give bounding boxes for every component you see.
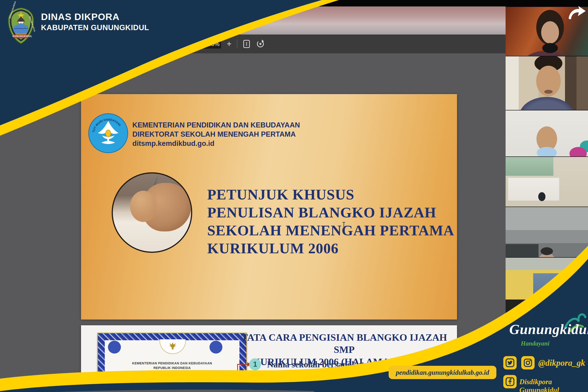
footer-logo-text: Gunungkidul xyxy=(509,321,588,338)
directorate-line: DIREKTORAT SEKOLAH MENENGAH PERTAMA xyxy=(132,130,300,139)
title-line-4: KURIKULUM 2006 xyxy=(207,240,454,258)
ministry-line: KEMENTERIAN PENDIDIKAN DAN KEBUDAYAAN xyxy=(132,120,300,130)
fit-to-page-icon[interactable] xyxy=(243,40,250,48)
writing-hand-photo xyxy=(112,172,192,253)
toolbar-divider xyxy=(187,40,187,48)
fingers-graphic xyxy=(130,191,157,222)
rotate-icon[interactable] xyxy=(256,39,265,48)
slide2-title-line-1: TATA CARA PENGISIAN BLANGKO IJAZAH SMP xyxy=(234,331,455,356)
crest-ribbon-text: GUNUNGKIDUL xyxy=(13,35,32,38)
pdf-toolbar-controls: 12 / 55 − 100% + xyxy=(155,34,265,53)
item-1-number: 1 xyxy=(249,358,261,370)
facebook-icon xyxy=(503,375,517,388)
title-line-2: PENULISAN BLANGKO IJAZAH xyxy=(207,204,454,222)
item-2-text-line-1: Nomor Pokok Sekolah Nasional (NPSN) xyxy=(267,387,417,392)
title-line-3: SEKOLAH MENENGAH PERTAMA xyxy=(207,222,454,240)
website-banner: pendidikan.gunungkidulkab.go.id xyxy=(389,366,496,379)
item-1-text-line-2: ijazah sesuai dengan nomenklatur. xyxy=(267,374,396,384)
top-black-bar xyxy=(0,0,588,6)
participant-video-3[interactable] xyxy=(506,110,588,156)
zoom-out-button[interactable]: − xyxy=(193,40,197,48)
facebook-name: Disdikpora Gunungkidul xyxy=(519,378,588,392)
gunungkidul-crest: DHAKSINARGA BHUMIKARTA GUNUNGKIDUL xyxy=(7,7,35,46)
share-arrow-icon[interactable] xyxy=(567,5,587,22)
text-cursor xyxy=(344,222,344,229)
title-line-1: PETUNJUK KHUSUS xyxy=(207,186,454,204)
zoom-in-button[interactable]: + xyxy=(226,40,231,48)
participant-video-5[interactable] xyxy=(506,207,588,257)
shared-screen: 12 / 55 − 100% + xyxy=(0,6,506,392)
page-count-label: / 55 xyxy=(171,40,181,48)
org-name: DINAS DIKPORA xyxy=(41,12,120,22)
zoom-level[interactable]: 100% xyxy=(203,39,221,48)
pdf-page-area[interactable]: TUT WURI HANDAYANI KEMENTERIAN PENDIDIKA… xyxy=(0,53,506,392)
twitter-icon xyxy=(503,356,517,370)
slide-tata-cara: KEMENTERIAN PENDIDIKAN DAN KEBUDAYAAN RE… xyxy=(81,325,457,392)
website-line: ditsmp.kemdikbud.go.id xyxy=(132,139,300,148)
participant-video-6[interactable] xyxy=(506,258,588,314)
participant-video-2[interactable] xyxy=(506,56,588,110)
page-number-input[interactable]: 12 xyxy=(155,39,166,48)
org-subtitle: KABUPATEN GUNUNGKIDUL xyxy=(41,23,149,32)
instagram-icon xyxy=(521,356,535,370)
pdf-toolbar: 12 / 55 − 100% + xyxy=(0,34,506,53)
slide-title-page: TUT WURI HANDAYANI KEMENTERIAN PENDIDIKA… xyxy=(81,94,457,320)
slide1-title: PETUNJUK KHUSUS PENULISAN BLANGKO IJAZAH… xyxy=(207,186,454,258)
tutwuri-handayani-logo: TUT WURI HANDAYANI xyxy=(88,113,128,153)
slide1-ministry-header: KEMENTERIAN PENDIDIKAN DAN KEBUDAYAAN DI… xyxy=(132,120,300,148)
website-url: pendidikan.gunungkidulkab.go.id xyxy=(396,369,489,376)
participant-video-4[interactable] xyxy=(506,157,588,206)
toolbar-divider xyxy=(237,40,237,48)
video-conference-window: 12 / 55 − 100% + xyxy=(0,0,588,392)
footer-logo-subtext: Handayani xyxy=(521,340,549,347)
social-handle: @dikpora_gk xyxy=(538,358,585,368)
